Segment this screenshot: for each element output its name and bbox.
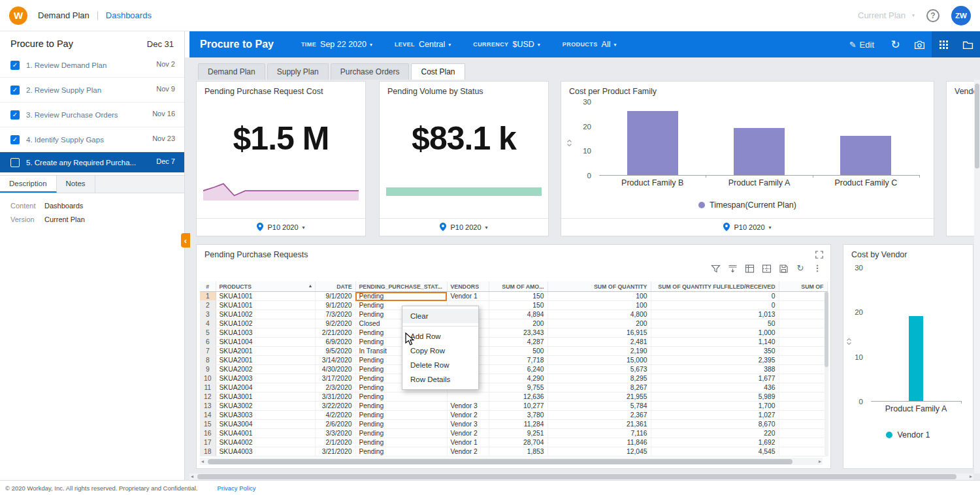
scrollbar-thumb[interactable] xyxy=(975,84,979,168)
table-row[interactable]: 18SKUA40033/21/2020PendingVendor 21,8531… xyxy=(200,447,827,456)
table-cell[interactable]: 1,027 xyxy=(651,411,779,420)
table-horizontal-scrollbar[interactable]: ◂ ▸ xyxy=(200,458,823,465)
table-cell[interactable]: 12 xyxy=(200,392,216,402)
table-cell[interactable]: 7,116 xyxy=(547,429,651,438)
edit-button[interactable]: ✎ Edit xyxy=(849,40,874,50)
column-header[interactable]: PENDING_PURCHASE_STAT... xyxy=(355,281,447,292)
checklist-item[interactable]: ✓1. Review Demand PlanNov 2 xyxy=(0,53,184,78)
table-cell[interactable]: SKUA2003 xyxy=(216,374,315,383)
table-cell[interactable]: 2,367 xyxy=(547,411,651,420)
table-row[interactable]: 9SKUA20024/30/2020Pending6,2405,673388 xyxy=(200,365,827,374)
table-row[interactable]: 6SKUA10046/9/2020Pending4,2872,4811,140 xyxy=(200,338,827,347)
table-cell[interactable]: 15,000 xyxy=(547,356,651,365)
table-cell[interactable]: 9,251 xyxy=(489,429,547,438)
table-cell[interactable]: Pending xyxy=(355,420,447,429)
table-cell[interactable] xyxy=(447,392,489,402)
checklist-item[interactable]: ✓4. Identify Supply GapsNov 23 xyxy=(0,127,184,152)
table-cell[interactable]: 1,000 xyxy=(651,328,779,338)
table-cell[interactable]: 8,670 xyxy=(651,420,779,429)
scrollbar-thumb[interactable] xyxy=(197,474,956,479)
camera-icon[interactable] xyxy=(907,31,932,57)
table-cell[interactable]: SKUA2004 xyxy=(216,383,315,392)
checklist-item[interactable]: 5. Create any Required Purcha...Dec 7 xyxy=(0,152,184,172)
table-cell[interactable]: SKUA2002 xyxy=(216,365,315,374)
table-cell[interactable]: 2/3/2020 xyxy=(315,383,355,392)
table-cell[interactable]: 6,240 xyxy=(489,365,547,374)
table-cell[interactable]: 11,846 xyxy=(547,438,651,447)
table-cell[interactable]: 8,295 xyxy=(547,374,651,383)
table-cell[interactable]: 9/1/2020 xyxy=(315,292,355,301)
table-cell[interactable]: 2/1/2020 xyxy=(315,438,355,447)
legend-label[interactable]: Timespan(Current Plan) xyxy=(710,200,796,210)
table-cell[interactable]: 4,287 xyxy=(489,338,547,347)
table-cell[interactable]: SKUA1001 xyxy=(216,292,315,301)
table-cell[interactable]: SKUA2001 xyxy=(216,356,315,365)
table-cell[interactable]: 4,800 xyxy=(547,310,651,319)
sidebar-collapse-button[interactable]: ‹ xyxy=(181,233,190,248)
table-cell[interactable] xyxy=(779,447,827,456)
table-cell[interactable]: Pending xyxy=(355,392,447,402)
table-cell[interactable]: 21,361 xyxy=(547,420,651,429)
table-cell[interactable]: 150 xyxy=(489,292,547,301)
table-cell[interactable]: Vendor 1 xyxy=(447,292,489,301)
dashboard-tab-supply-plan[interactable]: Supply Plan xyxy=(267,63,329,80)
refresh-icon[interactable]: ↻ xyxy=(795,263,806,274)
apps-grid-icon[interactable] xyxy=(932,31,956,57)
column-header[interactable]: SUM OF AMO... xyxy=(489,281,547,292)
table-cell[interactable]: 11 xyxy=(200,383,216,392)
scrollbar-thumb[interactable] xyxy=(208,459,792,464)
table-cell[interactable]: SKUA1002 xyxy=(216,319,315,328)
table-cell[interactable]: 4/30/2020 xyxy=(315,365,355,374)
table-cell[interactable]: 9/1/2020 xyxy=(315,301,355,310)
table-cell[interactable] xyxy=(779,402,827,411)
table-cell[interactable]: 0 xyxy=(651,292,779,301)
table-cell[interactable]: 4/2/2020 xyxy=(315,411,355,420)
table-cell[interactable]: 10 xyxy=(200,374,216,383)
table-cell[interactable]: 7 xyxy=(200,347,216,356)
table-cell[interactable]: SKUA4003 xyxy=(216,447,315,456)
column-header[interactable]: DATE xyxy=(315,281,355,292)
table-cell[interactable] xyxy=(779,338,827,347)
checklist-item[interactable]: ✓3. Review Purchase OrdersNov 16 xyxy=(0,103,184,127)
save-icon[interactable] xyxy=(778,263,789,274)
table-vertical-scrollbar[interactable] xyxy=(825,292,828,456)
bar-product-family-a[interactable] xyxy=(734,128,785,175)
table-cell[interactable]: 3/31/2020 xyxy=(315,392,355,402)
table-cell[interactable]: SKUA2001 xyxy=(216,347,315,356)
table-cell[interactable]: 15 xyxy=(200,420,216,429)
table-cell[interactable]: SKUA1002 xyxy=(216,310,315,319)
more-vertical-icon[interactable]: ⋮ xyxy=(812,263,823,274)
table-cell[interactable]: 3/3/2020 xyxy=(315,429,355,438)
table-cell[interactable]: 500 xyxy=(489,347,547,356)
table-cell[interactable] xyxy=(779,374,827,383)
checkbox-checked-icon[interactable]: ✓ xyxy=(10,86,20,95)
table-row[interactable]: 10SKUA20033/17/2020Pending4,2908,2951,67… xyxy=(200,374,827,383)
table-cell[interactable]: SKUA3002 xyxy=(216,402,315,411)
scroll-left-icon[interactable]: ◂ xyxy=(191,473,193,480)
table-cell[interactable]: 1,700 xyxy=(651,402,779,411)
table-cell[interactable]: 13 xyxy=(200,402,216,411)
table-cell[interactable]: SKUA3004 xyxy=(216,420,315,429)
bar-product-family-c[interactable] xyxy=(840,136,891,175)
table-cell[interactable]: Pending xyxy=(355,411,447,420)
bar-product-family-b[interactable] xyxy=(627,111,678,175)
scroll-right-icon[interactable]: ▸ xyxy=(819,458,821,465)
table-cell[interactable]: 350 xyxy=(651,347,779,356)
privacy-policy-link[interactable]: Privacy Policy xyxy=(217,485,255,492)
table-cell[interactable]: 150 xyxy=(489,301,547,310)
table-cell[interactable]: 16,915 xyxy=(547,328,651,338)
table-cell[interactable]: 1,692 xyxy=(651,438,779,447)
table-cell[interactable] xyxy=(779,392,827,402)
filter-icon[interactable] xyxy=(710,263,721,274)
filter-level[interactable]: LEVELCentral▾ xyxy=(395,40,451,49)
dashboard-horizontal-scrollbar[interactable]: ◂ ▸ xyxy=(189,473,973,480)
table-cell[interactable]: 8 xyxy=(200,356,216,365)
column-header[interactable]: SUM OF QUANTITY xyxy=(547,281,651,292)
table-cell[interactable]: 3/22/2020 xyxy=(315,402,355,411)
table-cell[interactable] xyxy=(779,429,827,438)
column-header[interactable]: PRODUCTS▲ xyxy=(216,281,315,292)
table-cell[interactable] xyxy=(779,438,827,447)
chevron-down-icon[interactable]: ▾ xyxy=(302,225,305,231)
table-cell[interactable]: 1,853 xyxy=(489,447,547,456)
chevron-down-icon[interactable]: ▾ xyxy=(769,225,772,231)
